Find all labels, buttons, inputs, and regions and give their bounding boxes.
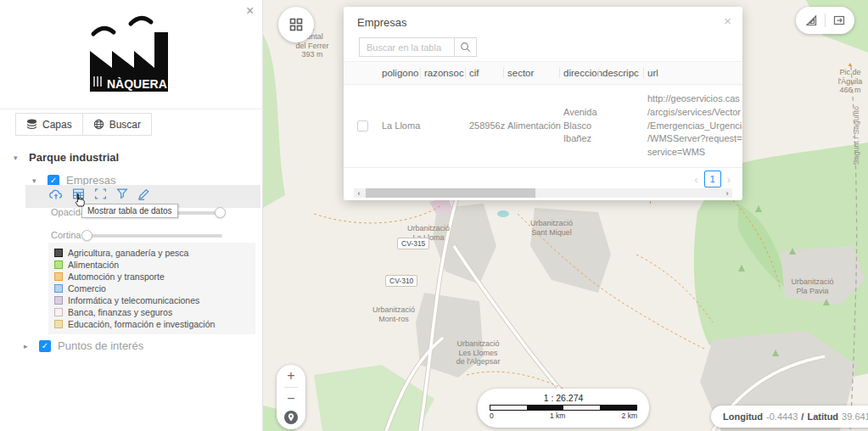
scale-segments xyxy=(490,405,637,411)
legend-swatch xyxy=(54,249,63,257)
legend-swatch xyxy=(54,272,63,281)
scale-bar: 1 : 26.274 0 1 km 2 km xyxy=(478,389,649,428)
naquera-logo: NÀQUERA xyxy=(70,10,197,104)
legend-swatch xyxy=(54,320,63,328)
layers-sidebar: × NÀQUERA Capas xyxy=(0,0,263,431)
legend-swatch xyxy=(54,308,63,316)
zoom-out-button[interactable]: − xyxy=(287,392,294,406)
scale-tick-mid: 1 km xyxy=(550,411,565,420)
pagination: ‹ 1 › xyxy=(694,171,731,188)
caret-right-icon[interactable]: ▸ xyxy=(24,342,32,350)
column-header[interactable]: poligono xyxy=(382,68,424,78)
tab-capas[interactable]: Capas xyxy=(15,113,83,136)
tab-capas-label: Capas xyxy=(42,119,72,131)
group-label: Parque industrial xyxy=(29,151,119,164)
svg-text:NÀQUERA: NÀQUERA xyxy=(107,77,167,91)
globe-icon xyxy=(93,119,104,130)
tab-buscar-label: Buscar xyxy=(109,119,141,131)
zoom-in-button[interactable]: + xyxy=(287,369,294,383)
table-search xyxy=(359,37,477,57)
zoom-controls: + − xyxy=(277,365,305,429)
coordinates-readout: Longitud -0.4443 / Latitud 39.6414 xyxy=(711,406,868,428)
curtain-label: Cortina xyxy=(51,230,81,240)
legend-item: Educación, formación e investigación xyxy=(54,318,249,330)
column-header[interactable]: cif xyxy=(469,68,507,78)
column-header[interactable]: descripc xyxy=(602,68,647,78)
row-checkbox[interactable] xyxy=(357,120,368,132)
column-header[interactable]: razonsoc xyxy=(424,68,469,78)
empresas-table-modal: Empresas × poligono razonsoc cif sector … xyxy=(344,7,742,200)
cloud-download-icon[interactable] xyxy=(49,188,63,200)
basemap-switcher-button[interactable] xyxy=(278,7,314,42)
mouse-cursor xyxy=(73,193,85,208)
geolocate-button[interactable] xyxy=(283,410,299,425)
caret-down-icon[interactable]: ▾ xyxy=(32,176,41,185)
grid-icon xyxy=(288,17,304,32)
expand-extent-icon[interactable] xyxy=(94,188,107,200)
edit-pencil-icon[interactable] xyxy=(137,188,150,200)
legend-item: Agricultura, ganadería y pesca xyxy=(54,247,249,259)
search-input[interactable] xyxy=(359,37,454,57)
legend-item: Alimentación xyxy=(54,259,249,271)
measure-icon[interactable] xyxy=(804,14,818,27)
scrollbar-thumb[interactable] xyxy=(366,188,535,198)
column-header[interactable]: direccion xyxy=(563,68,602,78)
cell-url: http://geoservicios.cas /arcgis/services… xyxy=(647,92,742,160)
tree-group-parque-industrial[interactable]: ▾ Parque industrial xyxy=(14,151,119,164)
separator: / xyxy=(801,411,804,422)
tab-buscar[interactable]: Buscar xyxy=(83,113,152,136)
latitude-value: 39.6414 xyxy=(842,411,868,422)
scale-tick-end: 2 km xyxy=(622,411,637,420)
table-row[interactable]: La Lloma 258956z Alimentación Avenida Bl… xyxy=(344,85,742,168)
sidebar-tabs: Capas Buscar xyxy=(15,113,152,136)
horizontal-scrollbar[interactable]: ‹ › xyxy=(354,188,732,198)
prev-page-icon[interactable]: ‹ xyxy=(694,173,697,186)
curtain-slider-row: Cortina xyxy=(51,229,229,243)
curtain-slider[interactable] xyxy=(87,234,222,238)
legend-item: Banca, finanzas y seguros xyxy=(54,306,249,318)
modal-title: Empresas xyxy=(357,16,407,29)
divider xyxy=(825,14,826,27)
caret-down-icon[interactable]: ▾ xyxy=(14,154,22,162)
longitude-label: Longitud xyxy=(723,411,763,422)
scale-tick-start: 0 xyxy=(490,411,494,420)
modal-close-icon[interactable]: × xyxy=(724,14,731,28)
column-header[interactable]: sector xyxy=(507,68,563,78)
longitude-value: -0.4443 xyxy=(766,411,798,422)
map-tools xyxy=(796,7,854,34)
close-sidebar-icon[interactable]: × xyxy=(246,3,254,19)
curtain-slider-handle[interactable] xyxy=(81,230,92,241)
cell-sector: Alimentación xyxy=(507,120,563,133)
legend-item: Comercio xyxy=(54,283,249,294)
next-page-icon[interactable]: › xyxy=(727,173,731,186)
scale-ratio: 1 : 26.274 xyxy=(490,393,637,403)
layers-icon xyxy=(26,119,37,130)
page-number[interactable]: 1 xyxy=(704,171,721,188)
legend-swatch xyxy=(54,260,63,269)
divider xyxy=(0,109,263,109)
search-icon xyxy=(460,42,471,53)
latitude-label: Latitud xyxy=(807,411,838,422)
legend-swatch xyxy=(54,296,63,305)
filter-icon[interactable] xyxy=(116,188,128,200)
divider xyxy=(284,387,298,388)
scroll-right-icon[interactable]: › xyxy=(722,189,732,198)
cell-cif: 258956z xyxy=(469,120,507,133)
legend-item: Automoción y transporte xyxy=(54,271,249,283)
scroll-left-icon[interactable]: ‹ xyxy=(354,189,364,198)
poi-label: Puntos de interés xyxy=(58,339,143,352)
sector-legend: Agricultura, ganadería y pesca Alimentac… xyxy=(48,243,255,334)
search-button[interactable] xyxy=(454,37,477,57)
tree-layer-puntos-interes[interactable]: ▸ ✓ Puntos de interés xyxy=(24,339,143,352)
legend-item: Informática y telecomunicaciones xyxy=(54,294,249,306)
puntos-checkbox[interactable]: ✓ xyxy=(39,340,51,352)
tooltip-show-data-table: Mostrar tabla de datos xyxy=(81,204,178,218)
cell-direccion: Avenida Blasco Ibañez xyxy=(563,106,602,147)
opacity-slider-handle[interactable] xyxy=(215,207,226,218)
cell-poligono: La Lloma xyxy=(382,120,424,133)
legend-swatch xyxy=(54,284,63,293)
export-extent-icon[interactable] xyxy=(832,14,846,27)
table-header-row: poligono razonsoc cif sector direccion d… xyxy=(344,61,742,85)
column-header[interactable]: url xyxy=(647,68,742,78)
